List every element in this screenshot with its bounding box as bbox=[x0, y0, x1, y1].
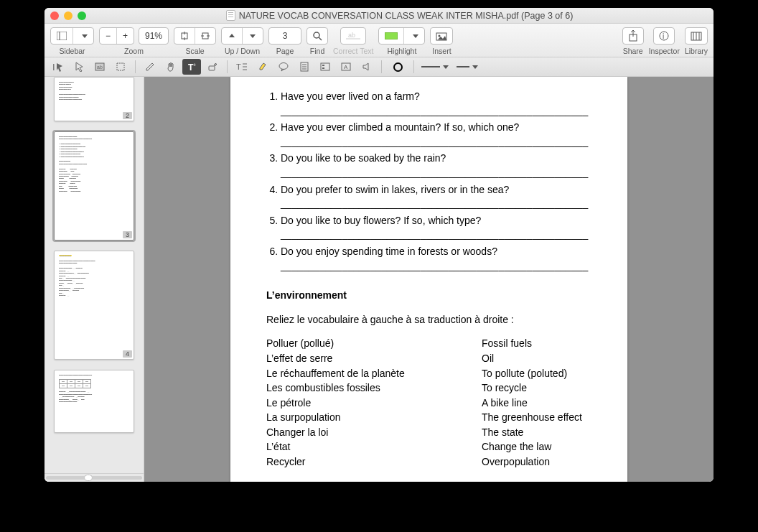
vocab-item: L’état bbox=[266, 440, 439, 454]
library-label: Library bbox=[685, 47, 708, 55]
thumb-page-number: 3 bbox=[123, 231, 132, 238]
minimize-icon[interactable] bbox=[64, 11, 72, 20]
page-label: Page bbox=[276, 47, 294, 55]
vocab-item: Oil bbox=[482, 352, 582, 366]
sidebar-scrollbar[interactable] bbox=[45, 473, 144, 482]
question-text: Do you enjoy spending time in forests or… bbox=[281, 246, 497, 257]
hand-tool[interactable] bbox=[162, 59, 180, 75]
svg-point-8 bbox=[314, 32, 319, 38]
svg-rect-41 bbox=[322, 65, 324, 66]
title-text: NATURE VOCAB CONVERSATION CLASS WEAK INT… bbox=[239, 11, 574, 21]
inspector-label: Inspector bbox=[649, 47, 680, 55]
sidebar-button[interactable] bbox=[50, 27, 94, 45]
svg-rect-40 bbox=[321, 63, 329, 70]
svg-text:I: I bbox=[52, 62, 55, 72]
section-heading: L’environnement bbox=[266, 289, 600, 303]
svg-text:+: + bbox=[193, 62, 196, 67]
vocab-right: Fossil fuels Oil To pollute (poluted) To… bbox=[482, 337, 582, 469]
text-select-tool[interactable]: I bbox=[49, 59, 67, 75]
svg-point-13 bbox=[439, 35, 441, 37]
find-label: Find bbox=[310, 47, 324, 55]
svg-text:T: T bbox=[236, 62, 241, 71]
shape-tool[interactable] bbox=[387, 59, 408, 75]
text-style-tool[interactable]: T bbox=[233, 59, 251, 75]
window-title: NATURE VOCAB CONVERSATION CLASS WEAK INT… bbox=[91, 10, 708, 21]
note-tool[interactable] bbox=[295, 59, 314, 75]
crop-tool[interactable] bbox=[111, 59, 130, 75]
zoom-buttons[interactable]: −+ bbox=[99, 27, 134, 45]
comment-tool[interactable] bbox=[274, 59, 293, 75]
svg-rect-42 bbox=[322, 67, 324, 69]
page-down-button[interactable] bbox=[243, 28, 263, 44]
share-label: Share bbox=[623, 47, 643, 55]
arrow-tool[interactable] bbox=[70, 59, 88, 75]
question-text: Do you like to be soaked by the rain? bbox=[281, 152, 446, 164]
document-viewport[interactable]: Have you ever lived on a farm?__________… bbox=[144, 77, 713, 482]
page-3: Have you ever lived on a farm?__________… bbox=[230, 77, 627, 482]
pencil-tool[interactable] bbox=[141, 59, 159, 75]
zoom-out-button[interactable]: − bbox=[100, 28, 117, 44]
vocab-item: The state bbox=[482, 426, 582, 440]
svg-text:A: A bbox=[344, 64, 348, 70]
thumbnail-page-4[interactable]: ▬▬▬▬▬▬▬▬▬▬▬▬▬▬▬▬▬▬▬▬▬▬▬▬▬▬▬▬▬▬▬▬▬▬▬▬▬▬▬▬… bbox=[54, 251, 134, 360]
highlighter-tool[interactable] bbox=[253, 59, 272, 75]
page-up-button[interactable] bbox=[222, 28, 243, 44]
insert-button[interactable] bbox=[430, 27, 453, 45]
content-area: ▬▬▬▬▬▬▬▬▬▬▬▬▬ ▬▬▬▬▬▬▬▬▬▬▬▬▬▬▬▬ ▬▬▬▬▬▬▬▬▬… bbox=[45, 77, 713, 482]
answer-line: ________________________________________… bbox=[281, 228, 600, 242]
form-tool[interactable] bbox=[316, 59, 334, 75]
zoom-in-button[interactable]: + bbox=[117, 28, 134, 44]
inspector-button[interactable]: i bbox=[653, 27, 675, 45]
highlight-button[interactable] bbox=[378, 27, 425, 45]
answer-line: ________________________________________… bbox=[281, 104, 600, 118]
scale-buttons[interactable] bbox=[174, 27, 216, 45]
zoom-label: Zoom bbox=[124, 47, 144, 55]
vocab-item: La surpopulation bbox=[266, 411, 439, 425]
zoom-field[interactable]: 91% bbox=[139, 27, 169, 45]
svg-point-35 bbox=[279, 63, 288, 70]
question-text: Do you prefer to swim in lakes, rivers o… bbox=[281, 184, 509, 195]
question-text: Have you ever lived on a farm? bbox=[281, 90, 420, 102]
line-style-tool[interactable] bbox=[419, 59, 451, 75]
answer-line: ________________________________________… bbox=[281, 259, 600, 274]
toolbar-annotation: I ab T+ T A bbox=[45, 57, 713, 77]
fullscreen-icon[interactable] bbox=[78, 11, 86, 20]
find-button[interactable] bbox=[307, 27, 328, 45]
sound-tool[interactable] bbox=[357, 59, 376, 75]
page-field[interactable]: 3 bbox=[268, 27, 301, 45]
vocab-left: Polluer (pollué) L’effet de serre Le réc… bbox=[266, 337, 439, 469]
vocab-item: The greenhouse effect bbox=[482, 411, 582, 425]
area-select-tool[interactable]: ab bbox=[90, 59, 109, 75]
text-tool[interactable]: T+ bbox=[182, 59, 201, 75]
circle-icon bbox=[393, 62, 403, 72]
document-icon bbox=[226, 10, 235, 21]
chevron-down-icon bbox=[443, 65, 449, 69]
question-list: Have you ever lived on a farm?__________… bbox=[266, 90, 600, 273]
eraser-tool[interactable] bbox=[203, 59, 222, 75]
thumb-page-number: 4 bbox=[123, 350, 132, 358]
titlebar[interactable]: NATURE VOCAB CONVERSATION CLASS WEAK INT… bbox=[45, 8, 713, 24]
updown-buttons[interactable] bbox=[221, 27, 263, 45]
vocab-item: Le pétrole bbox=[266, 396, 439, 411]
svg-text:ab: ab bbox=[348, 32, 355, 39]
line-end-tool[interactable] bbox=[453, 59, 482, 75]
correct-text-button: ab bbox=[340, 27, 366, 45]
answer-line: ________________________________________… bbox=[281, 166, 600, 180]
vocab-item: To pollute (poluted) bbox=[482, 367, 582, 381]
library-button[interactable] bbox=[685, 27, 708, 45]
chevron-down-icon bbox=[413, 34, 418, 38]
vocab-item: A bike line bbox=[482, 396, 582, 411]
toolbar-main: Sidebar −+ 91% Zoom Scale Up / Down 3 Pa… bbox=[45, 24, 713, 57]
close-icon[interactable] bbox=[50, 11, 59, 20]
thumbnail-page-5[interactable]: ▬▬▬▬▬▬▬▬▬▬▬▬▬▬▬▬▬▬▬▬▬▬▬▬▬▬▬▬▬▬▬▬▬▬▬▬▬▬▬▬… bbox=[54, 370, 134, 433]
vocab-item: Overpopulation bbox=[482, 455, 582, 470]
thumbnail-page-3[interactable]: ▬▬▬▬▬▬▬▬▬▬▬▬▬▬▬▬▬▬▬▬▬▬▬▬▬▬▬▬▬▬▬1. ▬▬▬▬▬▬… bbox=[54, 131, 134, 241]
highlight-label: Highlight bbox=[388, 47, 417, 55]
svg-text:i: i bbox=[663, 32, 664, 40]
vocab-item: Change the law bbox=[482, 440, 582, 454]
share-button[interactable] bbox=[622, 27, 644, 45]
thumbnail-page-2[interactable]: ▬▬▬▬▬▬▬▬▬▬▬▬▬ ▬▬▬▬▬▬▬▬▬▬▬▬▬▬▬▬ ▬▬▬▬▬▬▬▬▬… bbox=[54, 77, 134, 121]
link-tool[interactable]: A bbox=[337, 59, 355, 75]
thumbnail-sidebar[interactable]: ▬▬▬▬▬▬▬▬▬▬▬▬▬ ▬▬▬▬▬▬▬▬▬▬▬▬▬▬▬▬ ▬▬▬▬▬▬▬▬▬… bbox=[45, 77, 144, 482]
vocab-item: Fossil fuels bbox=[482, 337, 582, 351]
